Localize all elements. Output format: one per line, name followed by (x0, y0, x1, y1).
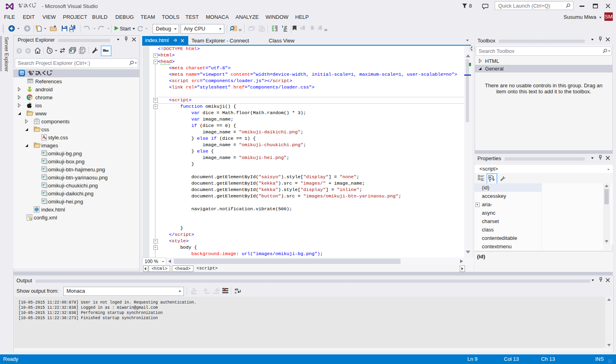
svg-text:Z: Z (489, 179, 491, 182)
svg-text:A: A (489, 176, 491, 179)
svg-text:c: c (235, 291, 237, 294)
svg-text:ab: ab (235, 288, 239, 291)
